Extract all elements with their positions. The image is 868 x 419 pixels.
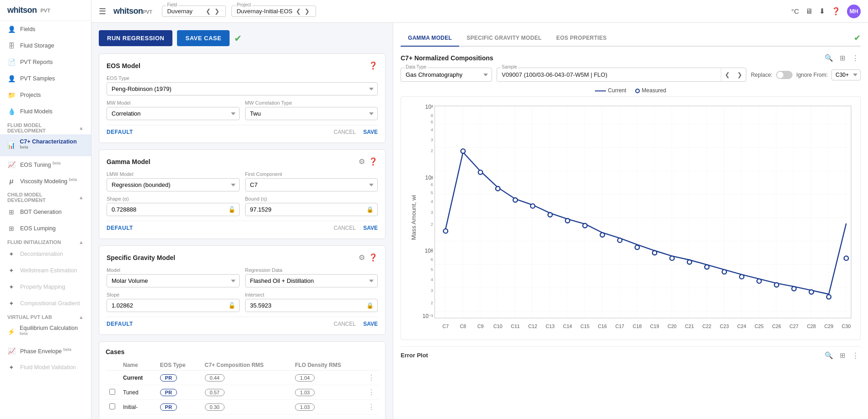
case-checkbox-tuned[interactable] [109,389,115,395]
save-case-button[interactable]: SAVE CASE [177,30,230,46]
sidebar-item-equilibrium-calculation[interactable]: ⚡ Equilibrium Calculation beta [0,321,91,343]
slope-label: Slope [107,292,240,297]
error-search-icon-btn[interactable]: 🔍 [823,350,835,361]
sidebar-item-pvt-samples[interactable]: 👤 PVT Samples [0,70,91,87]
gamma-cancel-button[interactable]: CANCEL [334,225,356,231]
measured-dot [670,256,675,260]
temp-unit[interactable]: °C [791,7,799,15]
gamma-settings-icon[interactable]: ⚙ [359,157,365,166]
sample-next-arrow[interactable]: ❯ [734,69,746,81]
tab-eos-properties[interactable]: EOS PROPERTIES [549,30,614,47]
intersect-lock-icon[interactable]: 🔒 [363,302,377,309]
run-regression-button[interactable]: RUN REGRESSION [99,30,172,46]
y-subtick: 3 [431,288,433,293]
bound-lock-icon[interactable]: 🔒 [363,206,377,213]
first-component-select[interactable]: C7 [245,178,378,191]
x-label-c16: C16 [598,324,607,329]
monitor-icon[interactable]: 🖥 [805,7,813,16]
more-icon-btn[interactable]: ⋮ [850,53,861,63]
sg-default-button[interactable]: DEFAULT [107,321,133,327]
sidebar-item-label: Wellstream Estimation [20,267,77,274]
regression-data-select[interactable]: Flashed Oil + Distillation [245,274,378,287]
avatar[interactable]: MH [847,5,861,18]
gamma-save-button[interactable]: SAVE [363,225,378,231]
sidebar-item-pvt-reports[interactable]: 📄 PVT Reports [0,54,91,70]
intersect-input[interactable] [246,299,363,312]
sidebar-item-viscosity-modeling[interactable]: μ Viscosity Modeling beta [0,173,91,189]
section-toggle3[interactable]: ▲ [79,239,84,245]
y-tick-102: 10² [425,104,433,110]
field-next-arrow[interactable]: ❯ [213,8,221,15]
bound-input[interactable] [246,203,363,216]
mw-model-select[interactable]: Correlation [107,107,240,120]
replace-toggle[interactable] [776,71,793,79]
gamma-default-button[interactable]: DEFAULT [107,225,133,231]
slope-lock-icon[interactable]: 🔓 [225,302,239,309]
x-label-c23: C23 [720,324,729,329]
section-toggle4[interactable]: ▲ [79,314,84,320]
sg-cancel-button[interactable]: CANCEL [334,321,356,327]
shape-lock-icon[interactable]: 🔓 [225,206,239,213]
more-options-tuned[interactable]: ⋮ [368,388,375,396]
y-subtick: 4 [431,127,434,132]
sidebar-item-fluid-models[interactable]: 💧 Fluid Models [0,103,91,120]
project-next-arrow[interactable]: ❯ [303,8,311,15]
section-toggle2[interactable]: ▲ [79,195,84,200]
error-more-icon-btn[interactable]: ⋮ [850,350,861,361]
sidebar-item-label: Property Mapping [20,284,65,290]
search-icon-btn[interactable]: 🔍 [823,53,835,63]
tab-specific-gravity-model[interactable]: SPECIFIC GRAVITY MODEL [459,30,549,47]
sg-settings-icon[interactable]: ⚙ [359,253,365,262]
sidebar-item-projects[interactable]: 📁 Projects [0,87,91,103]
sg-save-button[interactable]: SAVE [363,321,378,327]
pvt-samples-icon: 👤 [7,74,16,83]
sidebar-item-eos-lumping[interactable]: ⊞ EOS Lumping [0,220,91,237]
sidebar-item-eos-tuning[interactable]: 📈 EOS Tuning beta [0,156,91,173]
more-options-current[interactable]: ⋮ [368,374,375,382]
sg-help-icon[interactable]: ❓ [369,253,378,262]
legend-measured-label: Measured [642,87,666,94]
eos-default-button[interactable]: DEFAULT [107,129,133,135]
x-label-c18: C18 [633,324,642,329]
sidebar-item-fluid-storage[interactable]: 🗄 Fluid Storage [0,37,91,54]
panel-title: C7+ Normalized Compositions [401,54,493,62]
project-selector[interactable]: Project Duvernay-Initial-EOS ❮ ❯ [231,5,316,17]
sample-prev-arrow[interactable]: ❮ [721,69,734,81]
download-icon[interactable]: ⬇ [819,7,825,16]
project-prev-arrow[interactable]: ❮ [295,8,302,15]
sg-model-select[interactable]: Molar Volume [107,274,240,287]
y-subtick: 8 [431,113,433,118]
field-prev-arrow[interactable]: ❮ [204,8,212,15]
data-type-wrapper: Data Type Gas Chromatography [401,68,492,82]
slope-input[interactable] [107,299,225,312]
sidebar-item-phase-envelope[interactable]: 📈 Phase Envelope beta [0,343,91,359]
measured-dot [617,238,622,243]
case-checkbox-initial[interactable] [109,403,115,409]
ignore-from-select[interactable]: C30+ [831,69,861,80]
section-toggle[interactable]: ▲ [79,125,84,131]
gamma-help-icon[interactable]: ❓ [369,157,378,166]
flo-rms-value: 1.04 [295,374,315,382]
help-icon[interactable]: ❓ [831,7,841,16]
hamburger-icon[interactable]: ☰ [99,6,106,16]
error-expand-icon-btn[interactable]: ⊞ [838,350,847,361]
expand-icon-btn[interactable]: ⊞ [838,53,847,63]
eos-help-icon[interactable]: ❓ [369,61,378,70]
eos-save-button[interactable]: SAVE [363,129,378,135]
sidebar-item-fields[interactable]: 👤 Fields [0,21,91,37]
mw-correlation-select[interactable]: Twu [245,107,378,120]
eos-type-select[interactable]: Peng-Robinson (1979) [107,82,378,95]
current-legend-line [595,90,606,91]
tab-gamma-model[interactable]: GAMMA MODEL [401,30,459,47]
field-selector[interactable]: Field Duvernay ❮ ❯ [162,5,226,17]
x-label-c26: C26 [772,324,781,329]
sidebar-item-c7-characterization[interactable]: 📊 C7+ Characterization beta [0,134,91,156]
data-type-select[interactable]: Gas Chromatography [401,68,492,81]
section-child-model-development: Child Model Development ▲ [0,189,91,204]
shape-input[interactable] [107,203,225,216]
sidebar-item-bot-generation[interactable]: ⊞ BOT Generation [0,204,91,220]
more-options-initial[interactable]: ⋮ [368,403,375,411]
eos-cancel-button[interactable]: CANCEL [334,129,356,135]
lmw-model-select[interactable]: Regression (bounded) [107,178,240,191]
measured-dot [653,251,657,255]
